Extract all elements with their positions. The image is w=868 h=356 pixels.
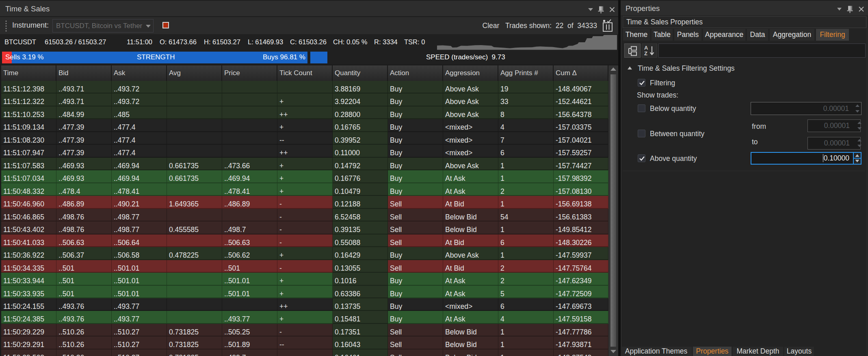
svg-text:A: A — [644, 45, 648, 51]
svg-text:Z: Z — [644, 50, 647, 56]
